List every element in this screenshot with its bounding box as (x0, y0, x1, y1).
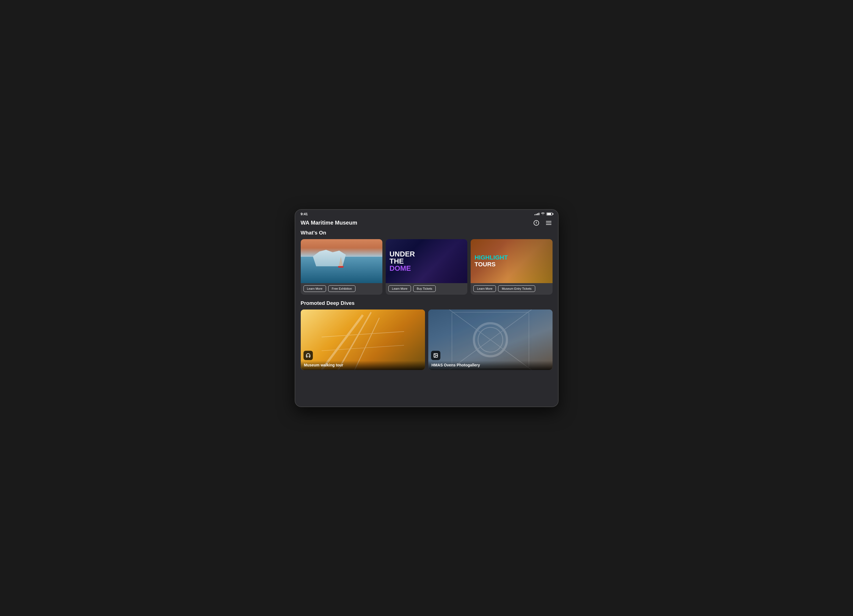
sailboat-image (301, 239, 382, 283)
ipad-device: 9:41 WA Maritime (295, 209, 559, 407)
highlight-museum-entry-button[interactable]: Museum Entry Tickets (498, 285, 535, 292)
battery-icon (546, 212, 552, 215)
sailboat-shape (338, 266, 344, 268)
deep-card-hmas[interactable]: HMAS Ovens Photogallery (428, 310, 552, 370)
walking-tour-icon (304, 351, 313, 360)
card-under-dome: UNDERTHEDOME Learn More Buy Tickets (386, 239, 467, 295)
dome-learn-more-button[interactable]: Learn More (389, 285, 411, 292)
promoted-section: Promoted Deep Dives (295, 300, 558, 370)
app-header: WA Maritime Museum (295, 217, 558, 230)
sailboat-free-exhibition-button[interactable]: Free Exhibition (328, 285, 355, 292)
whats-on-section: What's On Learn More Free Exhibiti (295, 230, 558, 295)
whats-on-grid: Learn More Free Exhibition UNDERTHEDOME (301, 239, 552, 295)
promoted-title: Promoted Deep Dives (301, 300, 552, 306)
highlight-title: HIGHLIGHTTOURS (475, 254, 508, 267)
dome-image: UNDERTHEDOME (386, 239, 467, 283)
menu-button[interactable] (545, 220, 552, 226)
sailboat-card-buttons: Learn More Free Exhibition (301, 283, 382, 295)
app-title: WA Maritime Museum (301, 220, 357, 226)
svg-point-14 (435, 354, 435, 355)
signal-icon (534, 212, 539, 215)
highlight-learn-more-button[interactable]: Learn More (474, 285, 496, 292)
card-sailboat: Learn More Free Exhibition (301, 239, 382, 295)
scroll-area[interactable]: What's On Learn More Free Exhibiti (295, 230, 558, 407)
svg-line-6 (322, 331, 404, 337)
dome-card-buttons: Learn More Buy Tickets (386, 283, 467, 295)
header-icons (532, 219, 552, 227)
dome-buy-tickets-button[interactable]: Buy Tickets (413, 285, 436, 292)
card-highlight-tours: HIGHLIGHTTOURS Learn More Museum Entry T… (471, 239, 552, 295)
gallery-icon (433, 353, 438, 358)
svg-line-7 (322, 345, 404, 351)
status-icons (534, 212, 552, 216)
sailboat-learn-more-button[interactable]: Learn More (304, 285, 326, 292)
walking-tour-label: Museum walking tour (301, 361, 425, 370)
status-time: 9:41 (301, 212, 308, 216)
compass-button[interactable] (532, 219, 540, 227)
headphones-icon (306, 353, 311, 358)
hmas-label: HMAS Ovens Photogallery (428, 361, 552, 370)
highlight-card-buttons: Learn More Museum Entry Tickets (471, 283, 552, 295)
deep-dives-grid: Museum walking tour (301, 310, 552, 370)
hmas-icon (431, 351, 440, 360)
status-bar: 9:41 (295, 210, 558, 217)
dome-title: UNDERTHEDOME (390, 250, 415, 272)
wifi-icon (541, 212, 545, 216)
deep-card-walking-tour[interactable]: Museum walking tour (301, 310, 425, 370)
compass-icon (533, 220, 539, 226)
whats-on-title: What's On (301, 230, 552, 236)
highlight-image: HIGHLIGHTTOURS (471, 239, 552, 283)
hamburger-icon (546, 221, 551, 225)
